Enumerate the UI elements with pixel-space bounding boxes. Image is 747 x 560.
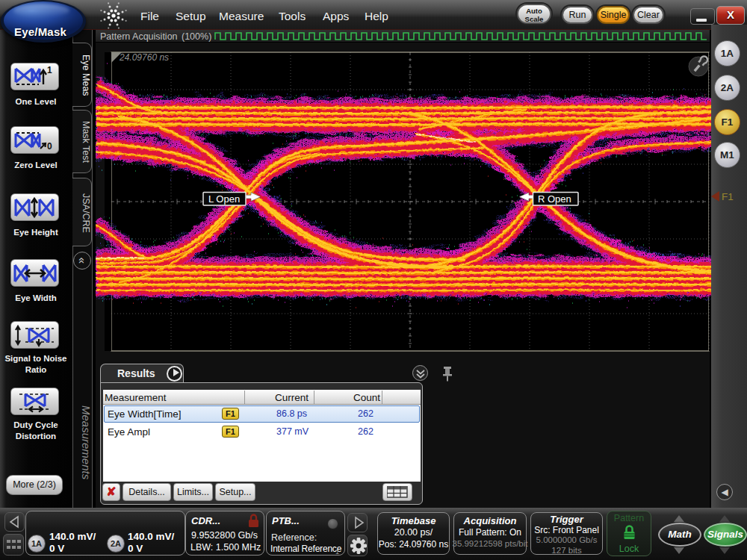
svg-text:24.09760 ns: 24.09760 ns [119, 52, 169, 63]
svg-text:L Open: L Open [208, 193, 240, 205]
svg-text:0: 0 [47, 141, 52, 152]
svg-text:1: 1 [47, 65, 52, 75]
svg-text:R Open: R Open [538, 193, 571, 205]
